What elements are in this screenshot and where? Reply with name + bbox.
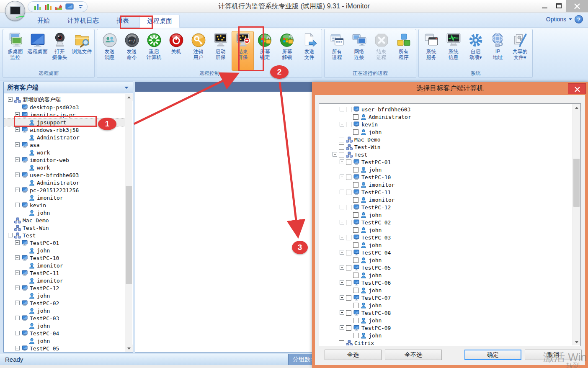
select-all-button[interactable]: 全选: [325, 350, 382, 360]
tree-item-john[interactable]: john: [4, 307, 125, 314]
screen-icon[interactable]: [65, 3, 74, 10]
scroll-down-icon[interactable]: [573, 338, 580, 345]
tree-item-testpc-05[interactable]: TestPC-05: [320, 264, 573, 271]
checkbox[interactable]: [353, 227, 358, 233]
checkbox[interactable]: [346, 265, 351, 270]
app-menu-button[interactable]: [5, 1, 25, 21]
tree-item-testpc-06[interactable]: TestPC-06: [320, 279, 573, 286]
tree-item-imonitor[interactable]: imonitor: [320, 181, 573, 188]
tree-item-testpc-01[interactable]: TestPC-01: [320, 158, 573, 166]
all-processes-button[interactable]: 所有 进程: [326, 31, 348, 71]
logout-user-button[interactable]: 注销 用户: [187, 31, 209, 71]
tree-item-testpc-11[interactable]: TestPC-11: [4, 269, 125, 277]
autostart-items-button[interactable]: 自启 动项▾: [464, 31, 487, 71]
tree-item-testpc-12[interactable]: TestPC-12: [4, 284, 125, 292]
unlock-screen-button[interactable]: 屏幕 解锁: [276, 31, 298, 71]
tree-item-pc-201512231256[interactable]: pc-201512231256: [4, 186, 125, 194]
tree-item-testpc-07[interactable]: TestPC-07: [320, 294, 573, 301]
multi-desktop-button[interactable]: 多桌面 监控: [4, 31, 26, 71]
dialog-tree-scrollbar[interactable]: [573, 104, 580, 345]
network-connections-button[interactable]: 网络 连接: [348, 31, 370, 71]
tab-remote-desktop[interactable]: 远程桌面: [139, 15, 180, 28]
tree-item-testpc-02[interactable]: TestPC-02: [320, 219, 573, 226]
tab-computer-logs[interactable]: 计算机日志: [60, 15, 106, 28]
collapse-icon[interactable]: [15, 316, 20, 320]
tree-item-testpc-05[interactable]: TestPC-05: [4, 345, 125, 352]
restart-computer-button[interactable]: 重启 计算机: [143, 31, 165, 71]
collapse-icon[interactable]: [340, 325, 344, 330]
start-screensaver-button[interactable]: 启动 屏保: [209, 31, 232, 71]
checkbox[interactable]: [346, 107, 351, 112]
tree-item-testpc-09[interactable]: TestPC-09: [320, 324, 573, 332]
checkbox[interactable]: [346, 122, 351, 127]
checkbox[interactable]: [346, 175, 351, 180]
tree-item-john[interactable]: john: [320, 271, 573, 279]
tree-item-kevin[interactable]: kevin: [320, 121, 573, 128]
tree-item-citrix[interactable]: Citrix: [320, 339, 573, 345]
collapse-icon[interactable]: [340, 220, 344, 224]
options-menu[interactable]: Options: [546, 16, 566, 23]
tree-item-test-win[interactable]: Test-Win: [4, 224, 125, 232]
tree-item-work[interactable]: work: [4, 149, 125, 156]
checkbox[interactable]: [353, 303, 358, 308]
ok-button[interactable]: 确定: [464, 350, 521, 360]
tree-item-john[interactable]: john: [320, 332, 573, 339]
checkbox[interactable]: [353, 182, 358, 188]
client-tree-scrollbar[interactable]: [125, 94, 132, 352]
options-dropdown-icon[interactable]: [569, 18, 572, 22]
deselect-all-button[interactable]: 全不选: [385, 350, 442, 360]
collapse-icon[interactable]: [340, 190, 344, 194]
scroll-up-icon[interactable]: [573, 104, 580, 111]
checkbox[interactable]: [353, 318, 358, 323]
system-info-button[interactable]: 系统 信息: [442, 31, 464, 71]
open-webcam-button[interactable]: 打开 摄像头: [49, 31, 71, 71]
collapse-icon[interactable]: [340, 295, 344, 300]
tree-item-work[interactable]: work: [4, 164, 125, 171]
maximize-button[interactable]: [552, 0, 566, 12]
collapse-icon[interactable]: [340, 205, 344, 209]
scroll-up-icon[interactable]: [125, 94, 133, 101]
tree-item-testpc-03[interactable]: TestPC-03: [4, 314, 125, 322]
collapse-icon[interactable]: [340, 122, 344, 126]
end-screensaver-button[interactable]: 结束 屏保: [232, 31, 254, 71]
tree-item-test[interactable]: Test: [4, 232, 125, 239]
tree-item-testpc-10[interactable]: TestPC-10: [4, 254, 125, 262]
scrollbar-thumb[interactable]: [126, 186, 132, 284]
tree-item-john[interactable]: john: [320, 226, 573, 234]
collapse-icon[interactable]: [340, 175, 344, 179]
checkbox[interactable]: [339, 137, 344, 142]
tree-item-asa[interactable]: asa: [4, 141, 125, 149]
collapse-icon[interactable]: [15, 127, 20, 132]
scrollbar-thumb[interactable]: [573, 159, 580, 207]
remote-desktop-button[interactable]: 远程桌面: [26, 31, 49, 71]
tree-item-user-bfrdhhe603[interactable]: user-bfrdhhe603: [4, 171, 125, 179]
tree-item-john[interactable]: john: [4, 247, 125, 254]
tree-item-imonitor[interactable]: imonitor: [320, 196, 573, 203]
collapse-icon[interactable]: [8, 233, 13, 237]
tree-item-imonitor[interactable]: imonitor: [4, 262, 125, 269]
tree-item--[interactable]: 新增加的客户端: [4, 96, 125, 103]
collapse-icon[interactable]: [15, 203, 20, 207]
candle-chart-icon[interactable]: [44, 3, 52, 10]
dialog-close-button[interactable]: [568, 83, 586, 94]
tree-item-john[interactable]: john: [4, 337, 125, 345]
checkbox[interactable]: [353, 167, 358, 172]
tree-item-test-win[interactable]: Test-Win: [320, 143, 573, 151]
tree-item-imonitor-web[interactable]: imonitor-web: [4, 156, 125, 164]
collapse-icon[interactable]: [15, 255, 20, 260]
qat-dropdown-icon[interactable]: [78, 5, 83, 9]
collapse-icon[interactable]: [340, 265, 344, 270]
collapse-icon[interactable]: [15, 346, 20, 350]
send-message-button[interactable]: 发送 消息: [98, 31, 121, 71]
checkbox[interactable]: [346, 220, 351, 225]
cancel-button[interactable]: 取消: [525, 350, 582, 360]
checkbox[interactable]: [346, 325, 351, 331]
area-chart-icon[interactable]: [55, 3, 62, 10]
collapse-icon[interactable]: [15, 240, 20, 245]
tree-item-testpc-04[interactable]: TestPC-04: [320, 249, 573, 256]
tree-item-kevin[interactable]: kevin: [4, 201, 125, 209]
scroll-down-icon[interactable]: [125, 345, 133, 352]
shared-files-button[interactable]: 共享的 文件▾: [509, 31, 531, 71]
checkbox[interactable]: [339, 152, 344, 157]
system-services-button[interactable]: 系统 服务: [420, 31, 442, 71]
